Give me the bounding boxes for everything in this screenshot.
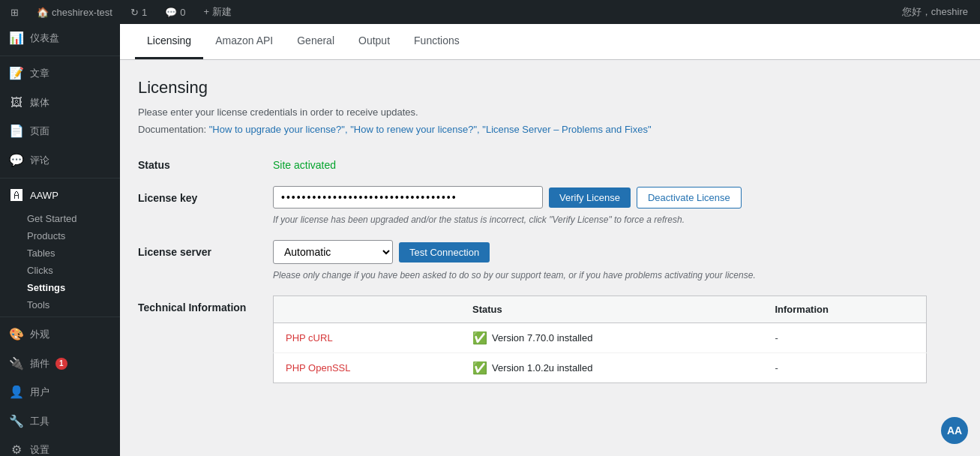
appearance-label: 外观 [30, 328, 49, 341]
tech-table-header-row: Status Information [274, 296, 927, 323]
clicks-label: Clicks [27, 265, 53, 276]
tools-sub-label: Tools [27, 299, 49, 310]
tech-table-body: PHP cURL ✅ Version 7.70.0 installed - [274, 323, 927, 383]
status-field: Site activated [273, 153, 927, 171]
refresh-icon: ↻ [130, 7, 139, 18]
tab-functions[interactable]: Functions [402, 24, 472, 59]
appearance-icon: 🎨 [9, 326, 24, 343]
tech-status-curl: ✅ Version 7.70.0 installed [460, 323, 763, 353]
table-row: PHP OpenSSL ✅ Version 1.0.2u installed - [274, 353, 927, 383]
tab-licensing[interactable]: Licensing [135, 24, 203, 59]
sidebar-item-global-settings[interactable]: ⚙ 设置 [0, 436, 120, 456]
doc-label: Documentation: [138, 124, 206, 135]
dashboard-icon: 📊 [9, 30, 24, 46]
license-key-input[interactable] [273, 186, 543, 208]
deactivate-license-button[interactable]: Deactivate License [637, 187, 742, 208]
users-icon: 👤 [9, 384, 24, 400]
status-ok-curl: ✅ Version 7.70.0 installed [472, 331, 751, 345]
tab-general[interactable]: General [285, 24, 346, 59]
doc-link-upgrade[interactable]: "How to upgrade your license?", [209, 124, 348, 135]
tab-amazon-api[interactable]: Amazon API [203, 24, 285, 59]
plugins-badge: 1 [55, 358, 67, 370]
license-help-text: If your license has been upgraded and/or… [273, 214, 927, 225]
updates-count: 1 [142, 7, 147, 18]
site-name-button[interactable]: 🏠 cheshirex-test [32, 0, 117, 24]
dashboard-label: 仪表盘 [30, 32, 59, 45]
aawp-icon: 🅰 [9, 188, 24, 204]
license-server-row: License server Automatic Server 1 Server… [138, 240, 927, 280]
site-name-label: cheshirex-test [52, 7, 112, 18]
global-settings-label: 设置 [30, 443, 49, 456]
tabs-bar: Licensing Amazon API General Output Func… [120, 24, 980, 60]
wp-logo-button[interactable]: ⊞ [6, 0, 23, 24]
user-avatar[interactable]: AA [941, 417, 968, 444]
test-connection-button[interactable]: Test Connection [399, 242, 490, 262]
sidebar-divider-1 [0, 56, 120, 56]
sidebar-sub-products[interactable]: Products [0, 227, 120, 244]
status-label: Status [138, 153, 273, 171]
tech-col-name [274, 296, 460, 323]
users-label: 用户 [30, 386, 49, 399]
license-key-field: Verify License Deactivate License If you… [273, 186, 927, 225]
greeting: 您好，cheshire [902, 5, 974, 19]
sidebar-sub-tables[interactable]: Tables [0, 244, 120, 262]
tech-name-curl: PHP cURL [274, 323, 460, 353]
license-server-label: License server [138, 240, 273, 258]
tools-label: 工具 [30, 415, 49, 428]
sidebar-sub-clicks[interactable]: Clicks [0, 262, 120, 279]
license-key-input-row: Verify License Deactivate License [273, 186, 927, 208]
sidebar-sub-tools[interactable]: Tools [0, 296, 120, 314]
sidebar-item-tools[interactable]: 🔧 工具 [0, 407, 120, 436]
home-icon: 🏠 [37, 7, 49, 18]
sidebar-item-plugins[interactable]: 🔌 插件 1 [0, 350, 120, 378]
comments-sidebar-icon: 💬 [9, 152, 24, 169]
doc-links: Documentation: "How to upgrade your lice… [138, 124, 927, 135]
new-label: + 新建 [203, 5, 231, 19]
check-icon-openssl: ✅ [472, 361, 487, 375]
sidebar-item-pages[interactable]: 📄 页面 [0, 117, 120, 146]
license-key-row: License key Verify License Deactivate Li… [138, 186, 927, 225]
tech-status-openssl: ✅ Version 1.0.2u installed [460, 353, 763, 383]
media-label: 媒体 [30, 96, 49, 110]
server-select[interactable]: Automatic Server 1 Server 2 [273, 240, 393, 264]
server-input-row: Automatic Server 1 Server 2 Test Connect… [273, 240, 927, 264]
comments-count: 0 [180, 7, 185, 18]
updates-button[interactable]: ↻ 1 [126, 0, 151, 24]
tech-info-row: Technical Information Status Information [138, 296, 927, 383]
description-text: Please enter your license credentials in… [138, 106, 927, 118]
status-row: Status Site activated [138, 153, 927, 171]
get-started-label: Get Started [27, 213, 76, 224]
tech-info-openssl: - [763, 353, 926, 383]
sidebar-sub-settings[interactable]: Settings [0, 279, 120, 296]
tools-icon: 🔧 [9, 413, 24, 430]
posts-label: 文章 [30, 67, 49, 80]
table-row: PHP cURL ✅ Version 7.70.0 installed - [274, 323, 927, 353]
pages-label: 页面 [30, 124, 49, 138]
main-content: Licensing Amazon API General Output Func… [120, 24, 980, 456]
comment-icon: 💬 [165, 7, 177, 18]
tab-output[interactable]: Output [346, 24, 402, 59]
sidebar-item-media[interactable]: 🖼 媒体 [0, 88, 120, 117]
tech-info-label: Technical Information [138, 296, 273, 314]
sidebar-item-posts[interactable]: 📝 文章 [0, 59, 120, 88]
sidebar-divider-2 [0, 178, 120, 178]
tech-col-status: Status [460, 296, 763, 323]
tech-info-field: Status Information PHP cURL ✅ [273, 296, 927, 383]
sidebar-item-appearance[interactable]: 🎨 外观 [0, 320, 120, 349]
tech-info-curl: - [763, 323, 926, 353]
comments-button[interactable]: 💬 0 [160, 0, 190, 24]
sidebar-item-users[interactable]: 👤 用户 [0, 378, 120, 406]
sidebar-item-dashboard[interactable]: 📊 仪表盘 [0, 24, 120, 52]
new-button[interactable]: + 新建 [199, 0, 235, 24]
verify-license-button[interactable]: Verify License [549, 188, 631, 208]
license-key-label: License key [138, 186, 273, 204]
sidebar-item-comments[interactable]: 💬 评论 [0, 146, 120, 175]
doc-link-renew[interactable]: "How to renew your license?", [350, 124, 480, 135]
aawp-label: AAWP [30, 189, 58, 202]
wp-logo-icon: ⊞ [10, 7, 19, 18]
tables-label: Tables [27, 248, 55, 259]
sidebar-sub-get-started[interactable]: Get Started [0, 210, 120, 227]
doc-link-problems[interactable]: "License Server – Problems and Fixes" [482, 124, 651, 135]
sidebar-item-aawp[interactable]: 🅰 AAWP [0, 182, 120, 210]
status-value: Site activated [273, 153, 927, 171]
